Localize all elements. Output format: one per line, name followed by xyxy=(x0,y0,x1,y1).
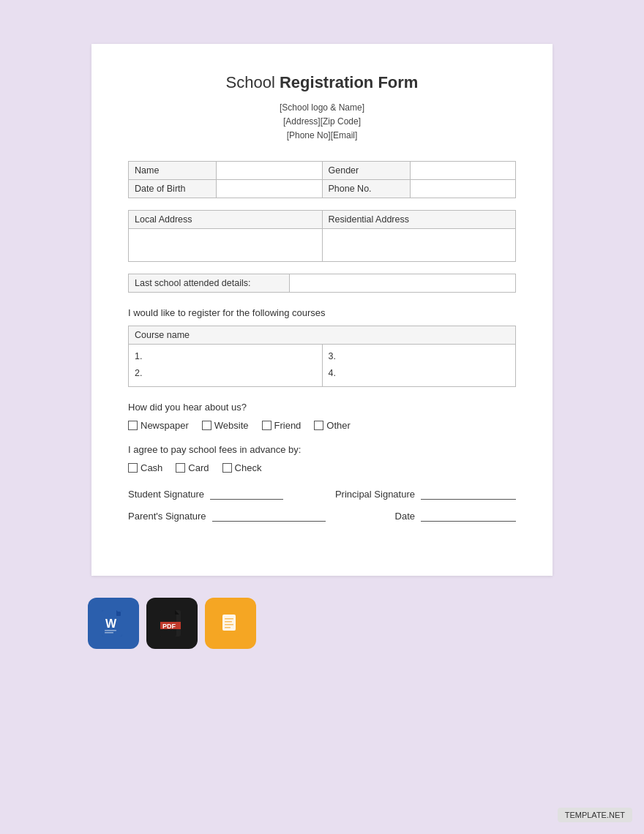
name-label: Name xyxy=(129,161,217,179)
checkbox-cash[interactable]: Cash xyxy=(128,462,162,473)
school-placeholder: [School logo & Name] xyxy=(128,101,516,115)
checkbox-website[interactable]: Website xyxy=(202,420,249,431)
last-school-table: Last school attended details: xyxy=(128,274,516,293)
course-items-right[interactable]: 3.4. xyxy=(322,344,516,387)
local-address-label: Local Address xyxy=(129,210,323,228)
fees-label: I agree to pay school fees in advance by… xyxy=(128,444,516,455)
pages-svg-icon xyxy=(214,607,247,639)
checkbox-friend-label: Friend xyxy=(274,420,302,431)
checkbox-cash-label: Cash xyxy=(141,462,162,473)
svg-rect-5 xyxy=(105,632,113,634)
checkbox-friend-box[interactable] xyxy=(262,421,272,430)
dob-label: Date of Birth xyxy=(129,179,217,198)
pdf-svg-icon: PDF xyxy=(156,607,188,639)
address-placeholder: [Address][Zip Code] xyxy=(128,115,516,129)
checkbox-check[interactable]: Check xyxy=(222,462,262,473)
course-items-left[interactable]: 1.2. xyxy=(129,344,323,387)
pdf-icon-button[interactable]: PDF xyxy=(146,598,198,649)
svg-rect-4 xyxy=(105,630,116,631)
title-bold: Registration Form xyxy=(280,73,418,91)
last-school-value[interactable] xyxy=(290,274,516,292)
student-sig-line[interactable] xyxy=(210,488,283,500)
parent-sig-label: Parent's Signature xyxy=(128,511,206,522)
word-icon-button[interactable]: W xyxy=(88,598,139,649)
phone-value[interactable] xyxy=(410,179,516,198)
checkbox-cash-box[interactable] xyxy=(128,463,138,473)
checkbox-card-box[interactable] xyxy=(176,463,185,473)
student-sig-group: Student Signature xyxy=(128,488,283,500)
residential-address-value[interactable] xyxy=(322,228,516,261)
pages-icon-button[interactable] xyxy=(205,598,256,649)
svg-rect-13 xyxy=(225,621,232,623)
name-value[interactable] xyxy=(217,161,323,179)
phone-label: Phone No. xyxy=(322,179,410,198)
checkbox-other-label: Other xyxy=(326,420,351,431)
checkbox-check-label: Check xyxy=(235,462,262,473)
gender-value[interactable] xyxy=(410,161,516,179)
course-3: 3.4. xyxy=(329,348,510,383)
gender-label: Gender xyxy=(322,161,410,179)
local-address-value[interactable] xyxy=(129,228,323,261)
checkbox-check-box[interactable] xyxy=(222,463,232,473)
date-group: Date xyxy=(395,510,516,522)
date-line[interactable] xyxy=(421,510,516,522)
course-header: Course name xyxy=(129,326,516,344)
checkbox-website-box[interactable] xyxy=(202,421,211,430)
checkbox-friend[interactable]: Friend xyxy=(262,420,302,431)
sig-row-2: Parent's Signature Date xyxy=(128,510,516,522)
svg-rect-12 xyxy=(225,618,233,620)
course-1: 1.2. xyxy=(135,348,316,383)
svg-text:PDF: PDF xyxy=(162,623,176,630)
date-label: Date xyxy=(395,511,415,522)
svg-text:W: W xyxy=(105,617,117,630)
title-normal: School xyxy=(226,73,280,91)
address-table: Local Address Residential Address xyxy=(128,210,516,262)
checkbox-card[interactable]: Card xyxy=(176,462,209,473)
principal-sig-line[interactable] xyxy=(421,488,516,500)
parent-sig-group: Parent's Signature xyxy=(128,510,326,522)
word-svg-icon: W xyxy=(97,607,130,639)
page-container: School Registration Form [School logo & … xyxy=(0,0,644,678)
signatures-section: Student Signature Principal Signature Pa… xyxy=(128,488,516,522)
checkbox-other-box[interactable] xyxy=(314,421,323,430)
residential-address-label: Residential Address xyxy=(322,210,516,228)
checkbox-card-label: Card xyxy=(188,462,209,473)
contact-placeholder: [Phone No][Email] xyxy=(128,129,516,143)
register-text: I would like to register for the followi… xyxy=(128,307,516,318)
checkbox-other[interactable]: Other xyxy=(314,420,351,431)
template-badge: TEMPLATE.NET xyxy=(558,808,632,822)
checkbox-newspaper-label: Newspaper xyxy=(141,420,189,431)
svg-rect-15 xyxy=(225,627,231,628)
hear-about-label: How did you hear about us? xyxy=(128,402,516,413)
bottom-icons: W PDF xyxy=(88,598,256,649)
svg-rect-14 xyxy=(225,624,233,626)
hear-about-options: Newspaper Website Friend Other xyxy=(128,420,516,431)
form-title: School Registration Form xyxy=(128,73,516,92)
dob-value[interactable] xyxy=(217,179,323,198)
courses-table: Course name 1.2. 3.4. xyxy=(128,326,516,388)
fees-options: Cash Card Check xyxy=(128,462,516,473)
checkbox-newspaper[interactable]: Newspaper xyxy=(128,420,189,431)
svg-rect-11 xyxy=(222,615,236,631)
principal-sig-label: Principal Signature xyxy=(335,489,415,500)
checkbox-website-label: Website xyxy=(214,420,249,431)
sig-row-1: Student Signature Principal Signature xyxy=(128,488,516,500)
form-card: School Registration Form [School logo & … xyxy=(91,44,553,576)
school-info: [School logo & Name] [Address][Zip Code]… xyxy=(128,101,516,143)
personal-info-table: Name Gender Date of Birth Phone No. xyxy=(128,161,516,198)
principal-sig-group: Principal Signature xyxy=(335,488,516,500)
student-sig-label: Student Signature xyxy=(128,489,204,500)
parent-sig-line[interactable] xyxy=(212,510,326,522)
last-school-label: Last school attended details: xyxy=(129,274,290,292)
checkbox-newspaper-box[interactable] xyxy=(128,421,138,430)
